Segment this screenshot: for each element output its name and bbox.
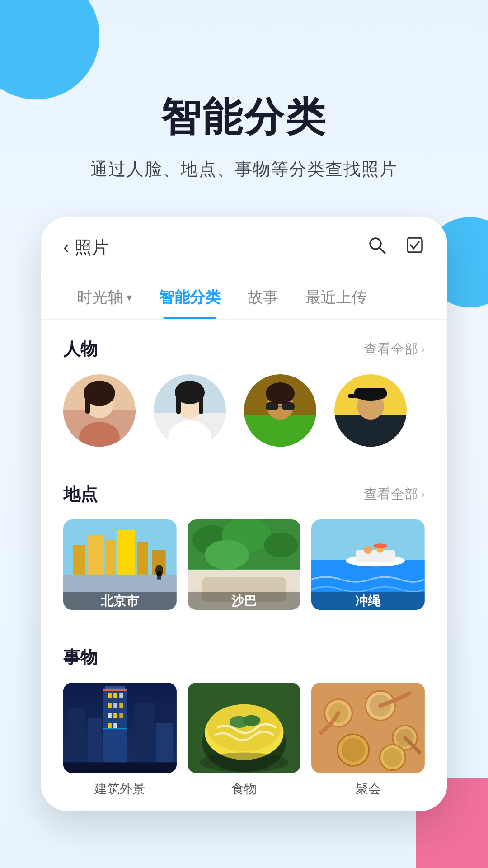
svg-rect-70 xyxy=(113,703,117,708)
thing-food-wrapper: 食物 xyxy=(188,683,301,797)
svg-point-102 xyxy=(383,748,402,767)
tab-bar: 时光轴 ▾ 智能分类 故事 最近上传 xyxy=(41,269,447,320)
svg-rect-28 xyxy=(354,388,387,399)
thing-architecture[interactable] xyxy=(63,683,177,773)
places-section-header: 地点 查看全部 › xyxy=(63,483,425,506)
svg-rect-40 xyxy=(157,571,161,580)
places-section-title: 地点 xyxy=(63,483,98,506)
svg-rect-37 xyxy=(137,542,148,575)
tab-timeline[interactable]: 时光轴 ▾ xyxy=(63,278,145,319)
svg-rect-76 xyxy=(113,723,117,728)
svg-rect-83 xyxy=(103,728,127,729)
people-section: 人物 查看全部 › xyxy=(41,320,447,465)
back-arrow-icon: ‹ xyxy=(63,238,69,257)
avatar-person-2[interactable] xyxy=(154,374,226,447)
svg-rect-35 xyxy=(105,540,115,575)
svg-point-48 xyxy=(205,540,249,570)
timeline-dropdown-icon: ▾ xyxy=(127,291,132,304)
svg-point-100 xyxy=(342,738,365,762)
svg-point-47 xyxy=(264,533,298,557)
svg-point-23 xyxy=(266,382,295,404)
svg-rect-33 xyxy=(73,545,85,574)
back-button[interactable]: ‹ 照片 xyxy=(63,236,109,259)
place-saba[interactable]: 沙巴 xyxy=(188,519,301,610)
people-view-all[interactable]: 查看全部 › xyxy=(364,340,425,359)
svg-rect-36 xyxy=(117,530,135,575)
svg-rect-64 xyxy=(103,689,127,773)
people-section-title: 人物 xyxy=(63,338,98,361)
svg-rect-34 xyxy=(88,535,103,575)
phone-mockup: ‹ 照片 xyxy=(41,217,447,811)
svg-text:北京市: 北京市 xyxy=(100,594,139,608)
thing-architecture-wrapper: 建筑外景 xyxy=(63,683,177,797)
svg-rect-29 xyxy=(348,394,357,398)
place-beijing[interactable]: 北京市 xyxy=(63,519,177,610)
people-row xyxy=(63,374,425,456)
phone-content: ‹ 照片 xyxy=(41,217,447,811)
thing-food[interactable] xyxy=(188,683,301,773)
tab-story[interactable]: 故事 xyxy=(234,278,292,319)
svg-rect-8 xyxy=(85,393,90,414)
search-icon[interactable] xyxy=(367,235,387,259)
thing-gathering-label: 聚会 xyxy=(356,780,381,797)
svg-rect-66 xyxy=(108,693,112,698)
svg-rect-15 xyxy=(199,392,203,414)
things-grid: 建筑外景 xyxy=(63,683,425,802)
svg-rect-67 xyxy=(113,693,117,698)
things-section-header: 事物 xyxy=(63,646,425,669)
svg-rect-75 xyxy=(108,723,112,728)
sub-title: 通过人脸、地点、事物等分类查找照片 xyxy=(0,158,488,181)
thing-gathering-wrapper: 聚会 xyxy=(311,683,425,797)
svg-rect-72 xyxy=(108,713,112,718)
svg-point-89 xyxy=(243,715,260,726)
people-section-header: 人物 查看全部 › xyxy=(63,338,425,361)
places-view-all[interactable]: 查看全部 › xyxy=(364,485,425,504)
svg-text:冲绳: 冲绳 xyxy=(356,594,381,608)
people-chevron-icon: › xyxy=(421,342,425,356)
thing-food-label: 食物 xyxy=(231,780,257,797)
main-title: 智能分类 xyxy=(0,90,488,144)
svg-rect-56 xyxy=(356,550,395,562)
select-icon[interactable] xyxy=(405,235,425,259)
thing-architecture-label: 建筑外景 xyxy=(94,780,145,797)
tab-smart-classify[interactable]: 智能分类 xyxy=(145,278,234,319)
back-label: 照片 xyxy=(75,236,109,259)
svg-text:沙巴: 沙巴 xyxy=(231,594,257,608)
svg-rect-2 xyxy=(408,238,422,252)
svg-rect-69 xyxy=(108,703,112,708)
svg-rect-82 xyxy=(103,689,127,691)
svg-rect-68 xyxy=(119,693,123,698)
svg-point-59 xyxy=(374,543,388,548)
place-okinawa[interactable]: 冲绳 xyxy=(311,519,425,610)
top-bar: ‹ 照片 xyxy=(41,217,447,269)
svg-point-57 xyxy=(364,546,372,554)
avatar-person-3[interactable] xyxy=(244,374,316,447)
header-section: 智能分类 通过人脸、地点、事物等分类查找照片 xyxy=(0,0,488,217)
avatar-person-1[interactable] xyxy=(63,374,136,447)
svg-rect-81 xyxy=(63,762,177,773)
top-icons xyxy=(367,235,425,259)
svg-rect-73 xyxy=(113,713,117,718)
places-chevron-icon: › xyxy=(421,487,425,501)
svg-point-90 xyxy=(200,752,288,772)
places-section: 地点 查看全部 › xyxy=(41,465,447,628)
svg-rect-14 xyxy=(176,392,181,414)
svg-line-1 xyxy=(380,248,385,253)
svg-rect-74 xyxy=(119,713,123,718)
tab-recent-upload[interactable]: 最近上传 xyxy=(292,278,380,319)
things-section: 事物 xyxy=(41,628,447,811)
things-section-title: 事物 xyxy=(63,646,98,669)
svg-rect-71 xyxy=(119,703,123,708)
thing-gathering[interactable] xyxy=(311,683,425,773)
places-grid: 北京市 xyxy=(63,519,425,619)
avatar-person-4[interactable] xyxy=(334,374,407,447)
